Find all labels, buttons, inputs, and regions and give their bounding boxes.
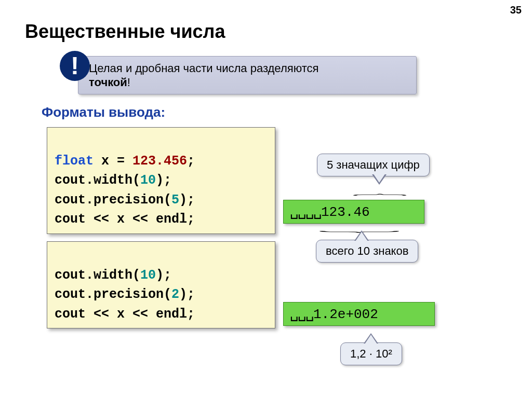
code-text: ); — [179, 287, 195, 302]
code-arg: 5 — [171, 193, 179, 208]
code-arg: 10 — [140, 173, 156, 188]
code-text: x = — [94, 154, 132, 169]
page-number: 35 — [510, 4, 522, 16]
code-text: cout << x << endl; — [55, 212, 195, 227]
callout-tail — [365, 335, 377, 344]
output-2: ␣␣␣1.2e+002 — [283, 302, 435, 326]
info-emph: точкой — [89, 76, 127, 89]
page-title: Вещественные числа — [25, 21, 225, 43]
callout-tail — [355, 232, 368, 241]
code-text: ); — [156, 268, 171, 283]
info-punct: ! — [127, 76, 130, 89]
output-1: ␣␣␣␣123.46 — [283, 200, 424, 224]
code-text: cout.precision( — [55, 287, 171, 302]
callout-scientific: 1,2 · 10² — [340, 342, 402, 365]
code-block-2: cout.width(10); cout.precision(2); cout … — [47, 241, 275, 328]
subtitle: Форматы вывода: — [42, 104, 165, 120]
output-spaces: ␣␣␣␣ — [290, 203, 321, 219]
code-number: 123.456 — [132, 154, 187, 169]
code-text: ); — [156, 173, 171, 188]
info-text: Целая и дробная части числа разделяются … — [89, 61, 318, 90]
code-arg: 2 — [171, 287, 179, 302]
code-keyword: float — [55, 154, 94, 169]
output-spaces: ␣␣␣ — [290, 306, 313, 321]
code-text: cout.precision( — [55, 193, 171, 208]
code-arg: 10 — [140, 268, 156, 283]
callout-tail — [373, 173, 385, 183]
output-value: 1.2e+002 — [313, 307, 378, 322]
exclamation-icon: ! — [60, 51, 90, 81]
info-line1: Целая и дробная части числа разделяются — [89, 62, 318, 75]
code-text: ); — [179, 193, 195, 208]
code-text: cout.width( — [55, 173, 140, 188]
output-value: 123.46 — [321, 204, 370, 220]
info-banner: Целая и дробная части числа разделяются … — [78, 56, 417, 94]
code-text: ; — [187, 154, 195, 169]
code-text: cout << x << endl; — [55, 307, 195, 322]
code-text: cout.width( — [55, 268, 140, 283]
callout-width: всего 10 знаков — [316, 240, 418, 263]
code-block-1: float x = 123.456; cout.width(10); cout.… — [47, 127, 275, 234]
